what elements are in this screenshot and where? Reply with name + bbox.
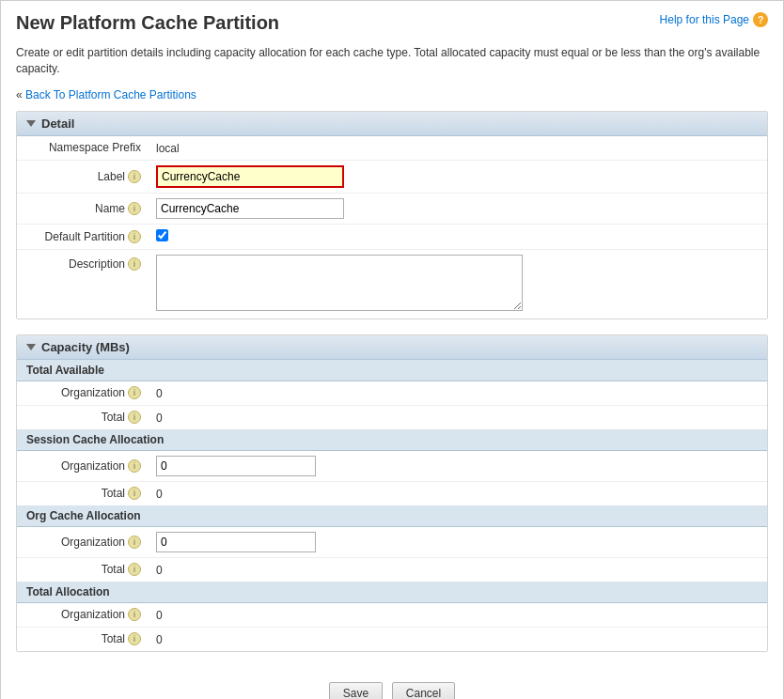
total-available-table: Organization i 0 Total i (17, 381, 767, 429)
detail-section: Detail Namespace Prefix local (16, 111, 768, 319)
help-link[interactable]: Help for this Page ? (660, 12, 768, 27)
namespace-prefix-label: Namespace Prefix (49, 141, 141, 154)
name-info-icon: i (128, 202, 141, 215)
total-allocation-org-info-icon: i (128, 608, 141, 621)
label-info-icon: i (128, 170, 141, 183)
session-cache-table: Organization i Total i (17, 451, 767, 505)
name-field-label: Name (95, 202, 125, 215)
org-cache-header: Org Cache Allocation (17, 505, 767, 527)
description-label: Description (69, 257, 125, 271)
name-row: Name i (17, 193, 767, 224)
label-row: Label i (17, 160, 767, 193)
org-cache-table: Organization i Total i (17, 527, 767, 582)
session-cache-org-row: Organization i (17, 451, 767, 482)
page-description: Create or edit partition details includi… (1, 41, 783, 85)
total-available-total-row: Total i 0 (17, 405, 767, 429)
namespace-prefix-row: Namespace Prefix local (17, 136, 767, 161)
session-cache-org-label: Organization (61, 459, 125, 473)
breadcrumb-link[interactable]: Back To Platform Cache Partitions (25, 88, 196, 101)
breadcrumb-prefix: « (16, 88, 25, 101)
save-button[interactable]: Save (329, 682, 383, 699)
session-cache-header: Session Cache Allocation (17, 429, 767, 451)
description-textarea[interactable] (156, 255, 523, 311)
default-partition-checkbox[interactable] (156, 229, 168, 241)
detail-section-title: Detail (41, 116, 74, 131)
actions-row: Save Cancel (16, 667, 768, 699)
description-info-icon: i (128, 257, 141, 271)
total-available-org-info-icon: i (128, 386, 141, 399)
session-cache-total-info-icon: i (128, 487, 141, 500)
total-allocation-org-value: 0 (156, 609, 163, 622)
capacity-section: Capacity (MBs) Total Available Organizat… (16, 334, 768, 652)
collapse-triangle-icon[interactable] (26, 120, 36, 127)
capacity-collapse-triangle-icon[interactable] (26, 344, 36, 350)
detail-section-header: Detail (17, 112, 767, 136)
total-allocation-total-row: Total i 0 (17, 627, 767, 651)
org-cache-org-input[interactable] (156, 532, 316, 552)
session-cache-org-info-icon: i (128, 459, 141, 473)
capacity-section-header: Capacity (MBs) (17, 335, 767, 360)
default-partition-info-icon: i (128, 230, 141, 243)
breadcrumb: « Back To Platform Cache Partitions (1, 85, 783, 111)
total-available-org-row: Organization i 0 (17, 381, 767, 406)
page-title: New Platform Cache Partition (16, 12, 279, 34)
total-allocation-table: Organization i 0 Total i (17, 603, 767, 651)
total-allocation-total-value: 0 (156, 633, 163, 646)
name-input[interactable] (156, 198, 344, 219)
total-allocation-org-row: Organization i 0 (17, 603, 767, 628)
total-available-org-value: 0 (156, 387, 163, 400)
total-available-total-info-icon: i (128, 411, 141, 424)
org-cache-total-row: Total i 0 (17, 557, 767, 582)
total-available-total-label: Total (102, 411, 125, 424)
label-input[interactable] (156, 165, 344, 188)
org-cache-org-label: Organization (61, 536, 125, 549)
session-cache-total-label: Total (102, 487, 125, 500)
cancel-button[interactable]: Cancel (392, 682, 455, 699)
help-icon: ? (753, 12, 768, 27)
total-allocation-org-label: Organization (61, 608, 125, 621)
org-cache-total-info-icon: i (128, 563, 141, 576)
default-partition-row: Default Partition i (17, 224, 767, 249)
org-cache-total-label: Total (102, 563, 125, 576)
help-link-text: Help for this Page (660, 13, 749, 26)
namespace-prefix-value: local (156, 139, 180, 158)
total-allocation-header: Total Allocation (17, 582, 767, 603)
total-available-total-value: 0 (156, 412, 163, 425)
total-available-header: Total Available (17, 360, 767, 381)
session-cache-total-row: Total i 0 (17, 481, 767, 505)
session-cache-org-input[interactable] (156, 456, 316, 476)
session-cache-total-value: 0 (156, 488, 163, 501)
description-row: Description i (17, 249, 767, 318)
total-allocation-total-label: Total (102, 632, 125, 645)
label-field-label: Label (98, 170, 125, 183)
default-partition-label: Default Partition (45, 230, 125, 243)
total-allocation-total-info-icon: i (128, 632, 141, 645)
detail-form-table: Namespace Prefix local Label i (17, 136, 767, 318)
org-cache-total-value: 0 (156, 564, 163, 577)
total-available-org-label: Organization (61, 386, 125, 399)
capacity-section-title: Capacity (MBs) (41, 340, 130, 354)
org-cache-org-info-icon: i (128, 536, 141, 549)
org-cache-org-row: Organization i (17, 527, 767, 558)
